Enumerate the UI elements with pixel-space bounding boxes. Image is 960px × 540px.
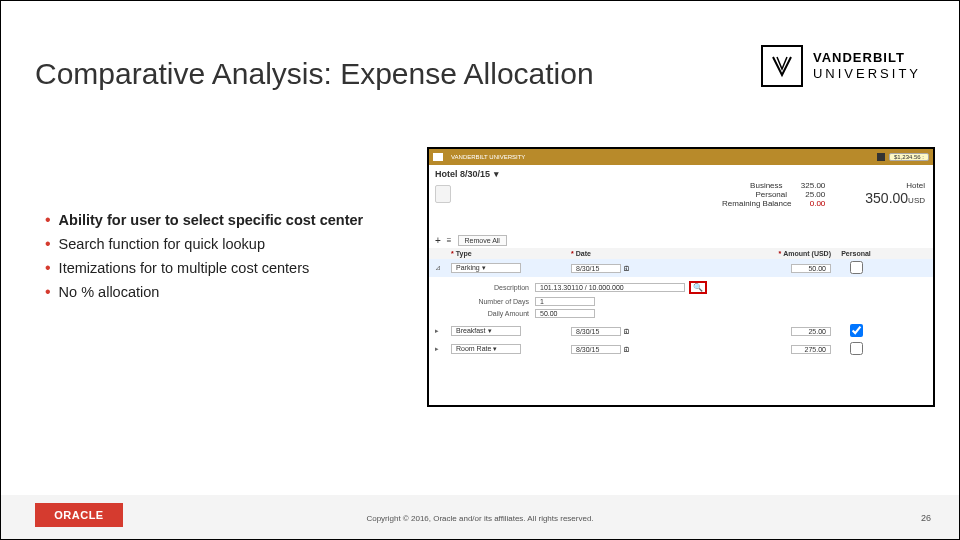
balance-pill: $1,234.56 : [889,153,929,161]
date-input[interactable]: 8/30/15 [571,264,621,273]
search-icon[interactable]: 🔍 [689,281,707,294]
dailyamt-input[interactable]: 50.00 [535,309,595,318]
page-number: 26 [921,513,931,523]
home-icon[interactable] [877,153,885,161]
calendar-icon[interactable]: 🗓 [623,346,630,353]
expand-icon[interactable]: ⊿ [435,264,441,271]
amount-input[interactable]: 50.00 [791,264,831,273]
table-header: *Type *Date *Amount (USD) Personal [429,248,933,259]
bullet-item: No % allocation [45,283,363,301]
type-select[interactable]: Parking ▾ [451,263,521,273]
bullet-item: Ability for user to select specific cost… [45,211,363,229]
copyright-text: Copyright © 2016, Oracle and/or its affi… [366,514,593,523]
personal-checkbox[interactable] [850,342,863,355]
app-brand-text: VANDERBILT UNIVERSITY [451,154,525,160]
remove-all-button[interactable]: Remove All [458,235,507,246]
expand-icon[interactable]: ▸ [435,327,439,334]
personal-checkbox[interactable] [850,324,863,337]
vanderbilt-wordmark-line1: VANDERBILT [813,50,921,66]
bullet-list: Ability for user to select specific cost… [45,211,363,307]
table-row[interactable]: ⊿ Parking ▾ 8/30/15 🗓 50.00 [429,259,933,277]
vanderbilt-wordmark-line2: UNIVERSITY [813,66,921,82]
oracle-logo: ORACLE [35,503,123,527]
vanderbilt-logo: VANDERBILT UNIVERSITY [761,45,921,87]
app-header-bar: VANDERBILT UNIVERSITY $1,234.56 : [429,149,933,165]
calendar-icon[interactable]: 🗓 [623,328,630,335]
numdays-input[interactable]: 1 [535,297,595,306]
add-item-button[interactable]: + [435,235,441,246]
personal-checkbox[interactable] [850,261,863,274]
dropdown-icon[interactable]: ▾ [494,169,499,179]
hotel-title: Hotel 8/30/15 [435,169,490,179]
date-input[interactable]: 8/30/15 [571,327,621,336]
description-input[interactable]: 101.13.30110 / 10.000.000 [535,283,685,292]
amount-input[interactable]: 25.00 [791,327,831,336]
type-select[interactable]: Breakfast ▾ [451,326,521,336]
list-icon[interactable]: ≡ [447,236,452,245]
table-row[interactable]: ▸ Room Rate ▾ 8/30/15 🗓 275.00 [429,340,933,358]
app-screenshot: VANDERBILT UNIVERSITY $1,234.56 : Hotel … [427,147,935,407]
type-select[interactable]: Room Rate ▾ [451,344,521,354]
expand-icon[interactable]: ▸ [435,345,439,352]
slide-title: Comparative Analysis: Expense Allocation [35,57,594,91]
table-row[interactable]: ▸ Breakfast ▾ 8/30/15 🗓 25.00 [429,322,933,340]
totals-block: Business 325.00 Personal 25.00 Remaining… [722,181,925,208]
vanderbilt-shield-icon [761,45,803,87]
calendar-icon[interactable]: 🗓 [623,265,630,272]
bullet-item: Itemizations for to multiple cost center… [45,259,363,277]
bullet-item: Search function for quick lookup [45,235,363,253]
amount-input[interactable]: 275.00 [791,345,831,354]
date-input[interactable]: 8/30/15 [571,345,621,354]
hamburger-icon[interactable] [433,153,443,161]
receipt-icon[interactable] [435,185,451,203]
row-detail-block: Description 101.13.30110 / 10.000.000 🔍 … [459,281,927,318]
